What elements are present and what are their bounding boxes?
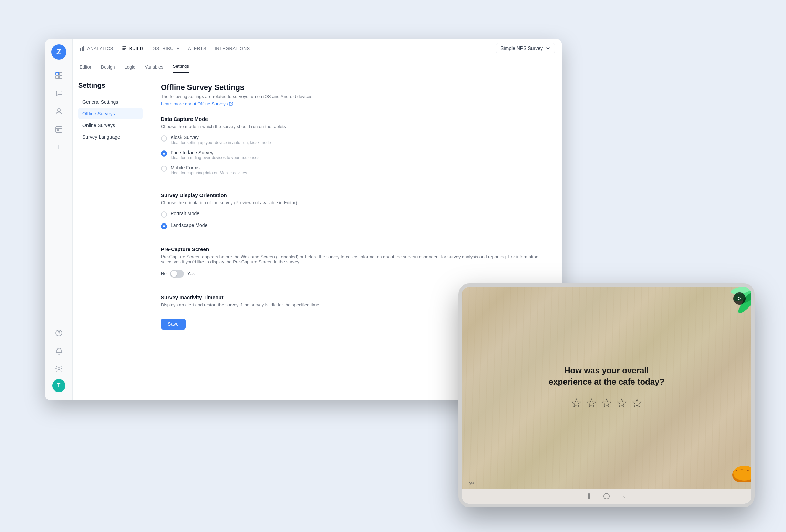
face-to-face-sublabel: Ideal for handing over devices to your a… <box>170 155 259 160</box>
kiosk-sublabel: Ideal for setting up your device in auto… <box>170 140 271 145</box>
svg-rect-0 <box>56 72 59 75</box>
nav-build[interactable]: BUILD <box>122 44 143 52</box>
radio-landscape[interactable] <box>161 223 167 229</box>
tab-variables[interactable]: Variables <box>145 64 163 73</box>
tab-design[interactable]: Design <box>101 64 115 73</box>
svg-rect-5 <box>56 127 62 132</box>
option-portrait[interactable]: Portrait Mode <box>161 211 549 218</box>
nav-integrations[interactable]: INTEGRATIONS <box>215 44 250 52</box>
tablet-progress-label: 0% <box>469 482 474 486</box>
svg-rect-1 <box>59 72 62 75</box>
star-2[interactable]: ☆ <box>586 396 597 410</box>
settings-nav-online[interactable]: Online Surveys <box>78 120 143 131</box>
pre-capture-toggle[interactable] <box>170 270 184 278</box>
option-kiosk[interactable]: Kiosk Survey Ideal for setting up your d… <box>161 135 549 145</box>
sidebar-icon-help[interactable] <box>51 325 66 341</box>
radio-face-to-face[interactable] <box>161 150 167 157</box>
svg-point-4 <box>58 109 60 112</box>
mobile-forms-label: Mobile Forms <box>170 165 247 170</box>
page-description: The following settings are related to su… <box>161 94 549 99</box>
nav-distribute[interactable]: DISTRIBUTE <box>152 44 180 52</box>
tab-settings[interactable]: Settings <box>173 64 189 73</box>
sidebar-icon-user[interactable] <box>51 104 66 119</box>
sidebar-icon-add[interactable]: + <box>51 139 66 155</box>
face-to-face-label: Face to face Survey <box>170 150 259 155</box>
tablet-question-area: How was your overall experience at the c… <box>534 356 679 419</box>
toggle-yes-label: Yes <box>187 271 195 276</box>
tablet-back-nav[interactable] <box>588 493 590 499</box>
nav-analytics[interactable]: ANALYTICS <box>80 44 113 52</box>
portrait-label: Portrait Mode <box>170 211 199 216</box>
tablet-home-nav[interactable] <box>603 493 610 499</box>
orientation-title: Survey Display Orientation <box>161 192 549 198</box>
pre-capture-section: Pre-Capture Screen Pre-Capture Screen ap… <box>161 246 549 278</box>
option-landscape[interactable]: Landscape Mode <box>161 222 549 229</box>
sidebar-icon-chat[interactable] <box>51 86 66 101</box>
pre-capture-desc: Pre-Capture Screen appears before the We… <box>161 254 549 264</box>
orientation-desc: Choose the orientation of the survey (Pr… <box>161 200 549 205</box>
learn-more-link[interactable]: Learn more about Offline Surveys <box>161 101 233 106</box>
data-capture-section: Data Capture Mode Choose the mode in whi… <box>161 116 549 175</box>
star-3[interactable]: ☆ <box>601 396 612 410</box>
landscape-label: Landscape Mode <box>170 222 207 228</box>
app-logo[interactable]: Z <box>51 44 66 60</box>
sidebar-bottom: T <box>51 325 66 395</box>
top-nav: ANALYTICS BUILD DISTRIBUTE ALERTS INTEGR… <box>73 39 562 58</box>
svg-rect-11 <box>82 47 83 51</box>
radio-kiosk[interactable] <box>161 135 167 142</box>
svg-rect-10 <box>80 48 81 51</box>
star-4[interactable]: ☆ <box>616 396 627 410</box>
page-title: Offline Survey Settings <box>161 83 549 92</box>
settings-nav-offline[interactable]: Offline Surveys <box>78 108 143 119</box>
option-face-to-face[interactable]: Face to face Survey Ideal for handing ov… <box>161 150 549 160</box>
toggle-knob <box>171 271 177 277</box>
tab-editor[interactable]: Editor <box>80 64 91 73</box>
toggle-no-label: No <box>161 271 167 276</box>
tablet-question-text: How was your overall experience at the c… <box>542 365 671 388</box>
tablet-bottom-bar: ‹ <box>462 489 751 504</box>
bread-decoration <box>724 454 751 482</box>
settings-nav-general[interactable]: General Settings <box>78 96 143 107</box>
toggle-row: No Yes <box>161 270 549 278</box>
mobile-forms-sublabel: Ideal for capturing data on Mobile devic… <box>170 170 247 175</box>
sidebar-icon-bell[interactable] <box>51 343 66 358</box>
settings-nav-language[interactable]: Survey Language <box>78 132 143 143</box>
svg-point-9 <box>58 368 60 370</box>
svg-point-8 <box>59 335 59 335</box>
svg-rect-6 <box>57 129 59 131</box>
svg-rect-2 <box>56 76 59 79</box>
sidebar-icon-gear[interactable] <box>51 361 66 376</box>
sidebar-icon-grid[interactable] <box>51 68 66 83</box>
pre-capture-title: Pre-Capture Screen <box>161 246 549 252</box>
scene: Z <box>31 25 755 507</box>
star-1[interactable]: ☆ <box>571 396 582 410</box>
tablet-nav-arrow[interactable]: > <box>733 292 746 305</box>
icon-sidebar: Z <box>45 39 73 400</box>
svg-rect-3 <box>59 76 62 79</box>
settings-sidebar: Settings General Settings Offline Survey… <box>73 73 148 400</box>
tab-logic[interactable]: Logic <box>124 64 135 73</box>
chevron-down-icon <box>546 46 550 51</box>
nav-alerts[interactable]: ALERTS <box>188 44 206 52</box>
leaves-decoration <box>710 287 751 328</box>
user-avatar[interactable]: T <box>52 379 65 392</box>
star-5[interactable]: ☆ <box>631 396 642 410</box>
survey-selector[interactable]: Simple NPS Survey <box>496 43 555 53</box>
tablet-screen: > How was your overall experience at the… <box>462 287 751 489</box>
save-button[interactable]: Save <box>161 319 186 330</box>
tablet-forward-nav[interactable]: ‹ <box>623 493 625 499</box>
sidebar-icon-calendar[interactable] <box>51 122 66 137</box>
option-mobile-forms[interactable]: Mobile Forms Ideal for capturing data on… <box>161 165 549 175</box>
radio-portrait[interactable] <box>161 211 167 218</box>
radio-mobile-forms[interactable] <box>161 166 167 172</box>
divider-2 <box>161 238 549 238</box>
external-link-icon <box>229 102 233 106</box>
tablet-preview: > How was your overall experience at the… <box>458 283 755 507</box>
sub-nav: Editor Design Logic Variables Settings <box>73 58 562 73</box>
settings-title: Settings <box>78 82 143 90</box>
svg-rect-12 <box>83 46 84 51</box>
kiosk-label: Kiosk Survey <box>170 135 271 140</box>
data-capture-desc: Choose the mode in which the survey shou… <box>161 124 549 129</box>
divider-1 <box>161 184 549 184</box>
star-rating: ☆ ☆ ☆ ☆ ☆ <box>542 396 671 410</box>
